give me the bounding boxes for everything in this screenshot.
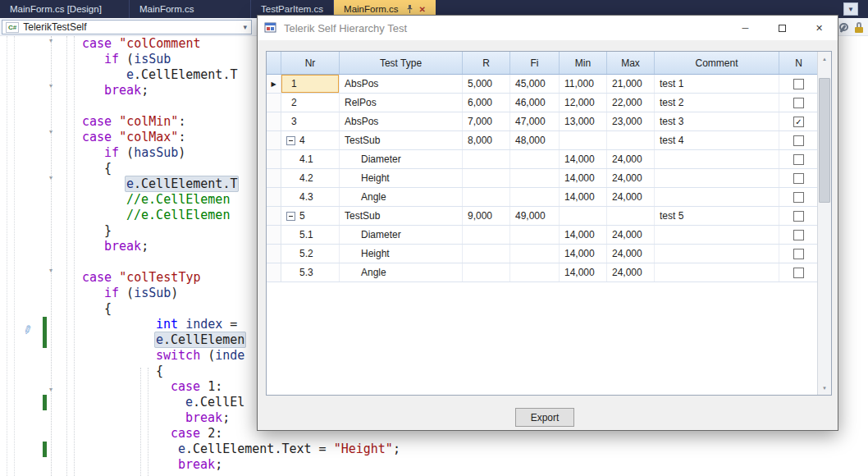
cell-test-type[interactable]: RelPos	[340, 94, 463, 112]
cell-fi[interactable]	[510, 226, 560, 244]
cell-r[interactable]	[463, 263, 510, 281]
cell-checkbox[interactable]	[779, 169, 819, 187]
tab-list-dropdown-button[interactable]: ▼	[843, 2, 858, 16]
table-row[interactable]: 3 AbsPos 7,000 47,000 13,000 23,000 test…	[267, 112, 819, 131]
cell-nr[interactable]: 4	[281, 131, 340, 149]
cell-fi[interactable]	[510, 188, 560, 206]
scrollbar-thumb[interactable]	[819, 78, 830, 203]
wrench-icon[interactable]	[838, 23, 847, 33]
cell-test-type[interactable]: Diameter	[340, 150, 463, 168]
code-line[interactable]: break;	[0, 457, 868, 473]
cell-nr[interactable]: 4.3	[281, 188, 340, 206]
cell-nr[interactable]: 5.3	[281, 263, 340, 281]
row-checkbox[interactable]	[793, 79, 804, 89]
code-line[interactable]: e.CellElement.Text = "Height";	[0, 442, 868, 457]
cell-min[interactable]: 14,000	[560, 150, 607, 168]
cell-fi[interactable]	[510, 263, 560, 281]
collapse-icon[interactable]	[286, 136, 295, 145]
table-row[interactable]: 1 AbsPos 5,000 45,000 11,000 21,000 test…	[267, 75, 819, 94]
cell-nr[interactable]: 4.1	[281, 150, 340, 168]
cell-max[interactable]: 24,000	[607, 226, 655, 244]
cell-comment[interactable]: test 1	[655, 75, 779, 93]
cell-fi[interactable]: 48,000	[510, 131, 560, 149]
table-row[interactable]: 2 RelPos 6,000 46,000 12,000 22,000 test…	[267, 94, 819, 112]
cell-fi[interactable]	[510, 150, 560, 168]
cell-r[interactable]	[463, 150, 510, 168]
cell-comment[interactable]: test 4	[655, 131, 779, 149]
collapse-icon[interactable]	[286, 212, 295, 221]
column-header-min[interactable]: Min	[560, 52, 607, 74]
table-row[interactable]: 4.3 Angle 14,000 24,000	[267, 188, 819, 207]
document-tab[interactable]: MainForm.cs ✕	[130, 0, 251, 18]
cell-max[interactable]	[607, 131, 655, 149]
cell-min[interactable]: 12,000	[560, 94, 607, 112]
cell-test-type[interactable]: TestSub	[340, 131, 463, 149]
cell-comment[interactable]	[655, 169, 779, 187]
cell-fi[interactable]: 45,000	[510, 75, 560, 93]
row-checkbox[interactable]	[793, 230, 804, 240]
cell-nr[interactable]: 5	[281, 207, 340, 225]
row-checkbox[interactable]	[793, 154, 804, 165]
table-row[interactable]: 5 TestSub 9,000 49,000 test 5	[267, 207, 819, 226]
column-header-nr[interactable]: Nr	[281, 52, 340, 74]
cell-comment[interactable]: test 5	[655, 207, 779, 225]
column-header-fi[interactable]: Fi	[510, 52, 560, 74]
scroll-up-icon[interactable]: ▲	[818, 53, 831, 65]
cell-checkbox[interactable]	[779, 75, 819, 93]
cell-max[interactable]: 24,000	[607, 188, 655, 206]
close-button[interactable]: ✕	[801, 16, 838, 40]
cell-checkbox[interactable]	[779, 245, 819, 263]
row-checkbox[interactable]	[793, 249, 804, 259]
cell-nr[interactable]: 4.2	[281, 169, 340, 187]
cell-r[interactable]	[463, 226, 510, 244]
table-row[interactable]: 5.2 Height 14,000 24,000	[267, 245, 819, 263]
cell-checkbox[interactable]	[779, 131, 819, 149]
vertical-scrollbar[interactable]: ▲ ▼	[817, 52, 831, 395]
cell-max[interactable]: 24,000	[607, 245, 655, 263]
table-row[interactable]: 5.3 Angle 14,000 24,000	[267, 263, 819, 282]
cell-comment[interactable]: test 2	[655, 94, 779, 112]
cell-min[interactable]	[560, 207, 607, 225]
cell-max[interactable]	[607, 207, 655, 225]
cell-min[interactable]	[560, 131, 607, 149]
cell-max[interactable]: 22,000	[607, 94, 655, 112]
row-checkbox[interactable]	[793, 173, 804, 184]
cell-test-type[interactable]: AbsPos	[340, 75, 463, 93]
scroll-down-icon[interactable]: ▼	[818, 382, 831, 394]
cell-test-type[interactable]: Height	[340, 169, 463, 187]
cell-min[interactable]: 14,000	[560, 245, 607, 263]
column-header-comment[interactable]: Comment	[655, 52, 779, 74]
document-tab[interactable]: MainForm.cs [Design] ✕	[0, 0, 130, 18]
table-row[interactable]: 4 TestSub 8,000 48,000 test 4	[267, 131, 819, 150]
cell-checkbox[interactable]	[779, 94, 819, 112]
cell-fi[interactable]	[510, 245, 560, 263]
cell-comment[interactable]	[655, 188, 779, 206]
cell-fi[interactable]: 47,000	[510, 112, 560, 130]
cell-test-type[interactable]: Angle	[340, 263, 463, 281]
table-row[interactable]: 4.1 Diameter 14,000 24,000	[267, 150, 819, 169]
column-header-r[interactable]: R	[463, 52, 510, 74]
row-checkbox[interactable]	[793, 211, 804, 222]
cell-test-type[interactable]: TestSub	[340, 207, 463, 225]
cell-fi[interactable]: 46,000	[510, 94, 560, 112]
cell-r[interactable]: 7,000	[463, 112, 510, 130]
cell-r[interactable]: 5,000	[463, 75, 510, 93]
row-checkbox[interactable]	[793, 98, 804, 108]
cell-min[interactable]: 11,000	[560, 75, 607, 93]
cell-max[interactable]: 24,000	[607, 263, 655, 281]
cell-min[interactable]: 14,000	[560, 169, 607, 187]
cell-test-type[interactable]: Angle	[340, 188, 463, 206]
cell-checkbox[interactable]	[779, 150, 819, 168]
export-button[interactable]: Export	[515, 408, 574, 427]
cell-nr[interactable]: 1	[281, 75, 340, 93]
minimize-button[interactable]: ─	[727, 16, 764, 40]
row-checkbox[interactable]	[793, 268, 804, 278]
cell-r[interactable]	[463, 245, 510, 263]
cell-checkbox[interactable]	[779, 263, 819, 281]
cell-r[interactable]: 8,000	[463, 131, 510, 149]
cell-nr[interactable]: 5.2	[281, 245, 340, 263]
cell-nr[interactable]: 3	[281, 112, 340, 130]
cell-comment[interactable]: test 3	[655, 112, 779, 130]
cell-max[interactable]: 24,000	[607, 169, 655, 187]
cell-min[interactable]: 14,000	[560, 188, 607, 206]
